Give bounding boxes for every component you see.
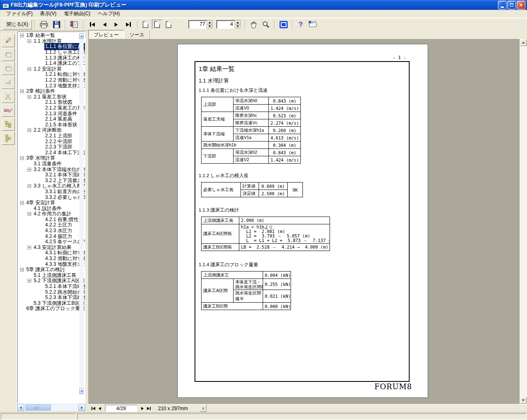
table-cell: 0.000 (kN) (263, 303, 291, 310)
collapse-icon[interactable] (27, 212, 31, 216)
cut-section-button[interactable] (2, 90, 15, 103)
fit-page-view-button[interactable] (152, 20, 163, 30)
tree-item-label[interactable]: 6章 護床工のブロック重量 (25, 305, 85, 312)
table-cell: 0.304 (m) (269, 142, 301, 149)
page-setup-button-1[interactable] (2, 48, 15, 61)
zoom-tool-button[interactable] (260, 20, 272, 30)
tree-item[interactable]: 6章 護床工のブロック重量 (18, 306, 85, 312)
chapter-structure-button-2[interactable] (2, 132, 15, 145)
zoom-spinner[interactable]: 77 (188, 20, 213, 29)
electronic-delivery-button[interactable] (68, 20, 80, 30)
first-page-button[interactable] (86, 20, 99, 30)
zoom-value[interactable]: 77 (189, 21, 206, 28)
menu-item[interactable]: ファイル(F) (2, 9, 36, 18)
restore-button[interactable] (507, 1, 516, 9)
collapse-icon[interactable] (20, 156, 24, 160)
last-page-nav-button[interactable] (147, 407, 151, 410)
document-page: - 1 - 1章 結果一覧 1.1 水理計算 1.1.1 各位置における水深と流… (177, 44, 428, 398)
pan-tool-button[interactable] (248, 20, 259, 30)
last-page-button[interactable] (122, 20, 135, 30)
chapter-tree[interactable]: 1章 結果一覧1.1 水理計算1.1.1 各位置におけ1.1.2 しゃ水工の根1… (17, 32, 85, 404)
tab-preview[interactable]: プレビュー (88, 30, 124, 39)
collapse-icon[interactable] (20, 34, 24, 37)
table-cell: 限界流速Vc (234, 119, 269, 127)
fit-window-button[interactable] (277, 20, 290, 30)
preview-pane[interactable]: - 1 - 1章 結果一覧 1.1 水理計算 1.1.1 各位置における水深と流… (88, 39, 520, 404)
collapse-icon[interactable] (27, 95, 31, 99)
collapse-icon[interactable] (27, 39, 31, 43)
previous-page-button[interactable] (99, 20, 110, 30)
minimize-button[interactable] (498, 1, 506, 9)
table-cell: 2.274 (m/s) (269, 119, 301, 127)
facing-page-view-button[interactable] (163, 20, 174, 30)
tree-structure-icon (5, 121, 12, 128)
page-down-button[interactable] (235, 25, 241, 29)
page-spinner[interactable]: 4 (216, 20, 241, 29)
document-table: 上流側護床工長2.000 (m)護床工A区間長h1a < h1bより、 L1 =… (201, 217, 330, 251)
scroll-up-icon[interactable] (520, 39, 527, 46)
page-up-button[interactable] (235, 21, 241, 25)
next-page-nav-button[interactable] (141, 407, 144, 410)
table-cell: 下流端水深h1a (234, 127, 269, 134)
scroll-left-icon[interactable] (17, 404, 24, 411)
document-table: 上流部等流水深h00.843 (m)流速V01.424 (m/s)落差工天端限界… (201, 97, 301, 164)
collapse-icon[interactable] (27, 184, 31, 188)
tab-source[interactable]: ソース (124, 31, 150, 39)
collapse-icon[interactable] (27, 246, 31, 249)
collapse-icon[interactable] (20, 268, 24, 272)
scroll-down-icon[interactable] (79, 388, 84, 394)
table-cell: 決定値 (241, 190, 259, 197)
collapse-icon[interactable] (27, 168, 31, 171)
page-value[interactable]: 4 (217, 21, 234, 28)
table-cell: 本体下流端 (202, 127, 234, 142)
scroll-down-icon[interactable] (520, 397, 527, 404)
collapse-icon[interactable] (27, 128, 31, 132)
toolbar-separator (83, 20, 84, 29)
scroll-right-icon[interactable] (78, 404, 85, 411)
close-preview-button[interactable]: 閉じる(X) (3, 20, 32, 30)
table-cell: 落差工天端 (202, 112, 234, 127)
help-button[interactable]: ? (296, 20, 306, 30)
chapter-structure-button-1[interactable] (2, 118, 15, 131)
scroll-up-icon[interactable] (79, 33, 84, 39)
close-window-button[interactable]: × (517, 1, 525, 9)
tree-horizontal-scrollbar[interactable] (17, 404, 85, 411)
previous-page-nav-button[interactable] (99, 407, 101, 410)
first-page-nav-button[interactable] (92, 407, 95, 410)
signature-button[interactable] (2, 76, 15, 89)
page-setup-button-2[interactable] (2, 62, 15, 75)
page-numbering-button[interactable]: 123 (2, 104, 15, 117)
tree-vertical-scrollbar[interactable] (79, 33, 84, 394)
edit-source-button[interactable] (2, 34, 15, 47)
scrollbar-thumb[interactable] (25, 404, 51, 411)
menu-item[interactable]: 電子納品(C) (60, 9, 94, 18)
table-cell: 0.255 (kN) (263, 279, 291, 290)
table-cell: 護床工B区間 (202, 303, 263, 310)
collapse-icon[interactable] (20, 201, 24, 205)
section-heading-1-1-2: 1.1.2 しゃ水工の根入長 (199, 173, 406, 179)
version-info-button[interactable] (307, 20, 318, 30)
page-indicator-field[interactable]: 4/29 (105, 405, 137, 412)
forum8-logo: FORUM8 (374, 382, 412, 391)
zoom-down-button[interactable] (207, 25, 213, 29)
main-toolbar: 閉じる(X) 77 4 ? (0, 18, 527, 31)
menu-item[interactable]: ヘルプ(H) (94, 9, 124, 18)
collapse-icon[interactable] (20, 89, 24, 93)
preview-vertical-scrollbar[interactable] (520, 39, 527, 404)
table-block-weight: 上流側護床工0.004 (kN)護床工A区間本体直下流～ 跳水発生区間前半0.2… (198, 271, 406, 310)
document-frame: 1章 結果一覧 1.1 水理計算 1.1.1 各位置における水深と流速 上流部等… (195, 61, 410, 382)
collapse-icon[interactable] (27, 67, 31, 71)
table-cell: 護床工A区間 (202, 279, 234, 303)
menu-item[interactable]: 表示(V) (36, 9, 60, 18)
toolbar-separator (274, 20, 275, 29)
save-button[interactable] (51, 20, 62, 30)
next-page-button[interactable] (111, 20, 121, 30)
table-cell: 0.843 (m) (269, 149, 301, 156)
print-button[interactable] (38, 20, 50, 30)
collapse-icon[interactable] (27, 279, 31, 283)
page-navigator-bar: 4/29 210 x 297mm (88, 404, 527, 412)
single-page-view-button[interactable] (140, 20, 151, 30)
toolbar-separator (34, 20, 35, 29)
scroll-left-button[interactable] (199, 405, 206, 412)
zoom-up-button[interactable] (207, 21, 213, 25)
